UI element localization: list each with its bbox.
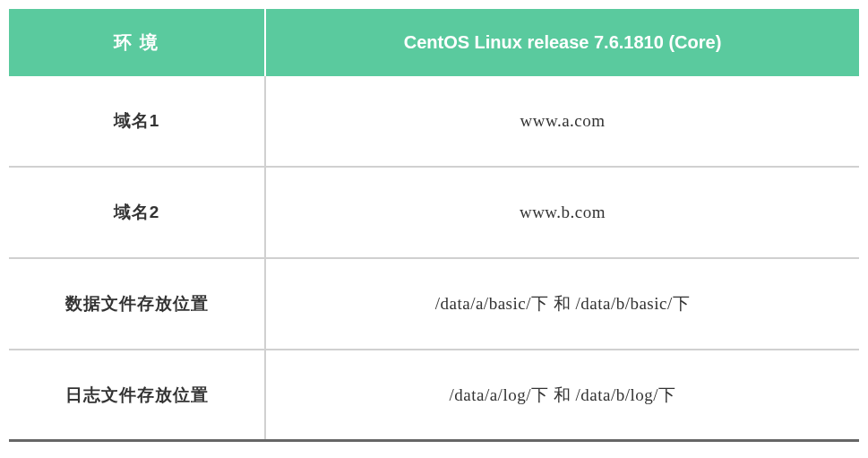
row-value: www.b.com (264, 168, 859, 257)
config-table: 环 境 CentOS Linux release 7.6.1810 (Core)… (9, 9, 859, 442)
table-header-row: 环 境 CentOS Linux release 7.6.1810 (Core) (9, 9, 859, 76)
row-value: /data/a/log/下 和 /data/b/log/下 (264, 350, 859, 439)
row-value: /data/a/basic/下 和 /data/b/basic/下 (264, 259, 859, 349)
header-environment-label: 环 境 (9, 30, 264, 55)
table-row: 日志文件存放位置 /data/a/log/下 和 /data/b/log/下 (9, 350, 859, 442)
row-value: www.a.com (264, 76, 859, 166)
table-row: 域名2 www.b.com (9, 168, 859, 259)
row-label: 数据文件存放位置 (9, 292, 264, 315)
row-label: 域名2 (9, 201, 264, 224)
table-row: 数据文件存放位置 /data/a/basic/下 和 /data/b/basic… (9, 259, 859, 350)
table-row: 域名1 www.a.com (9, 76, 859, 168)
header-os-value: CentOS Linux release 7.6.1810 (Core) (264, 9, 859, 76)
row-label: 日志文件存放位置 (9, 384, 264, 407)
row-label: 域名1 (9, 109, 264, 133)
